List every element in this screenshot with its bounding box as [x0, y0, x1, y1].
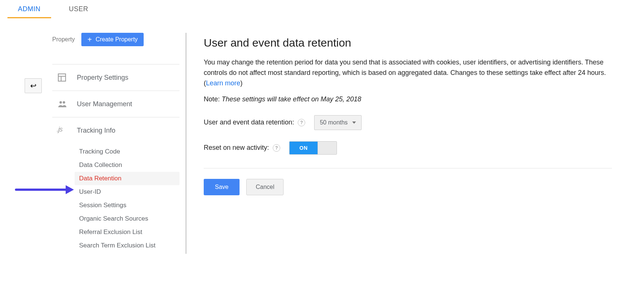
- reset-toggle[interactable]: ON: [289, 141, 337, 155]
- chevron-down-icon: [352, 121, 356, 124]
- sidebar-item-tracking-info[interactable]: .js Tracking Info: [52, 117, 179, 143]
- sidebar-label-user-management: User Management: [77, 100, 132, 108]
- description-suffix: ): [240, 79, 243, 87]
- users-icon: [57, 99, 69, 109]
- subitem-organic-search-sources[interactable]: Organic Search Sources: [75, 212, 179, 225]
- sidebar-item-property-settings[interactable]: Property Settings: [52, 64, 179, 91]
- learn-more-link[interactable]: Learn more: [206, 79, 240, 87]
- js-icon: .js: [57, 126, 69, 135]
- retention-select[interactable]: 50 months: [314, 115, 362, 130]
- tracking-info-sublist: Tracking Code Data Collection Data Reten…: [52, 143, 179, 254]
- action-buttons: Save Cancel: [204, 179, 612, 195]
- create-property-label: Create Property: [96, 36, 138, 43]
- top-tabs: ADMIN USER: [0, 0, 644, 18]
- svg-point-4: [63, 101, 65, 104]
- sidebar-label-property-settings: Property Settings: [77, 74, 128, 82]
- save-button[interactable]: Save: [204, 179, 240, 195]
- property-header: Property + Create Property: [52, 33, 179, 59]
- sidebar: ↩ Property + Create Property Property Se…: [0, 33, 187, 254]
- sidebar-item-user-management[interactable]: User Management: [52, 91, 179, 117]
- subitem-user-id[interactable]: User-ID: [75, 185, 179, 199]
- create-property-button[interactable]: + Create Property: [81, 33, 144, 46]
- subitem-data-retention[interactable]: Data Retention: [75, 172, 179, 185]
- description-text: You may change the retention period for …: [204, 59, 606, 87]
- tab-admin[interactable]: ADMIN: [15, 0, 44, 18]
- sidebar-label-tracking-info: Tracking Info: [77, 127, 115, 135]
- toggle-on-label: ON: [290, 142, 318, 154]
- divider: [204, 168, 612, 168]
- note: Note: These settings will take effect on…: [204, 95, 612, 103]
- tab-user[interactable]: USER: [66, 0, 91, 18]
- property-label: Property: [52, 36, 75, 43]
- retention-field-row: User and event data retention: ? 50 mont…: [204, 115, 612, 130]
- page-title: User and event data retention: [204, 37, 612, 49]
- svg-point-3: [59, 101, 62, 104]
- back-arrow-icon: ↩: [30, 81, 37, 90]
- toggle-off-handle: [318, 142, 337, 154]
- svg-rect-0: [58, 74, 66, 81]
- retention-label: User and event data retention:: [204, 119, 294, 126]
- main-content: User and event data retention You may ch…: [187, 33, 634, 254]
- cancel-button[interactable]: Cancel: [246, 179, 284, 195]
- note-text: These settings will take effect on May 2…: [222, 95, 361, 103]
- subitem-referral-exclusion-list[interactable]: Referral Exclusion List: [75, 225, 179, 239]
- back-button[interactable]: ↩: [25, 78, 42, 93]
- reset-field-row: Reset on new activity: ? ON: [204, 141, 612, 155]
- subitem-tracking-code[interactable]: Tracking Code: [75, 145, 179, 158]
- retention-selected-value: 50 months: [320, 119, 348, 126]
- subitem-data-collection[interactable]: Data Collection: [75, 158, 179, 172]
- subitem-session-settings[interactable]: Session Settings: [75, 199, 179, 212]
- note-label: Note:: [204, 95, 222, 103]
- subitem-search-term-exclusion-list[interactable]: Search Term Exclusion List: [75, 239, 179, 252]
- layout-icon: [57, 73, 69, 82]
- help-icon[interactable]: ?: [298, 119, 305, 126]
- reset-label: Reset on new activity:: [204, 144, 269, 152]
- description: You may change the retention period for …: [204, 57, 612, 89]
- help-icon[interactable]: ?: [273, 144, 280, 152]
- plus-icon: +: [87, 36, 92, 43]
